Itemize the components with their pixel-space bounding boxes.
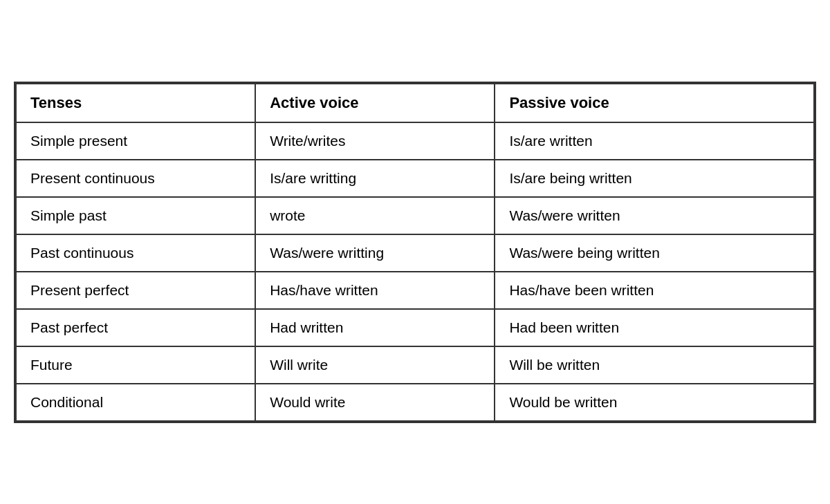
table-row: Simple presentWrite/writesIs/are written xyxy=(16,122,814,160)
tense-cell: Future xyxy=(16,346,255,384)
passive-voice-cell: Had been written xyxy=(495,309,814,346)
passive-voice-cell: Would be written xyxy=(495,384,814,421)
active-voice-cell: Had written xyxy=(255,309,495,346)
active-voice-cell: Was/were writting xyxy=(255,234,495,272)
passive-voice-cell: Has/have been written xyxy=(495,272,814,309)
tense-cell: Past continuous xyxy=(16,234,255,272)
active-voice-cell: Is/are writting xyxy=(255,160,495,197)
tense-cell: Simple past xyxy=(16,197,255,234)
tense-cell: Conditional xyxy=(16,384,255,421)
passive-voice-cell: Is/are being written xyxy=(495,160,814,197)
tense-cell: Present continuous xyxy=(16,160,255,197)
passive-voice-cell: Was/were written xyxy=(495,197,814,234)
table-row: FutureWill writeWill be written xyxy=(16,346,814,384)
grammar-table-container: Tenses Active voice Passive voice Simple… xyxy=(14,82,816,423)
active-voice-cell: Has/have written xyxy=(255,272,495,309)
tense-cell: Simple present xyxy=(16,122,255,160)
table-row: Present continuousIs/are writtingIs/are … xyxy=(16,160,814,197)
tense-cell: Past perfect xyxy=(16,309,255,346)
grammar-table: Tenses Active voice Passive voice Simple… xyxy=(15,83,815,422)
header-row: Tenses Active voice Passive voice xyxy=(16,84,814,122)
tense-cell: Present perfect xyxy=(16,272,255,309)
table-row: Simple pastwroteWas/were written xyxy=(16,197,814,234)
active-voice-cell: Would write xyxy=(255,384,495,421)
table-row: Past perfectHad writtenHad been written xyxy=(16,309,814,346)
passive-voice-cell: Was/were being written xyxy=(495,234,814,272)
table-row: ConditionalWould writeWould be written xyxy=(16,384,814,421)
passive-voice-cell: Is/are written xyxy=(495,122,814,160)
header-passive: Passive voice xyxy=(495,84,814,122)
table-row: Past continuousWas/were writtingWas/were… xyxy=(16,234,814,272)
header-tenses: Tenses xyxy=(16,84,255,122)
active-voice-cell: Will write xyxy=(255,346,495,384)
table-row: Present perfectHas/have writtenHas/have … xyxy=(16,272,814,309)
active-voice-cell: wrote xyxy=(255,197,495,234)
passive-voice-cell: Will be written xyxy=(495,346,814,384)
header-active: Active voice xyxy=(255,84,495,122)
active-voice-cell: Write/writes xyxy=(255,122,495,160)
